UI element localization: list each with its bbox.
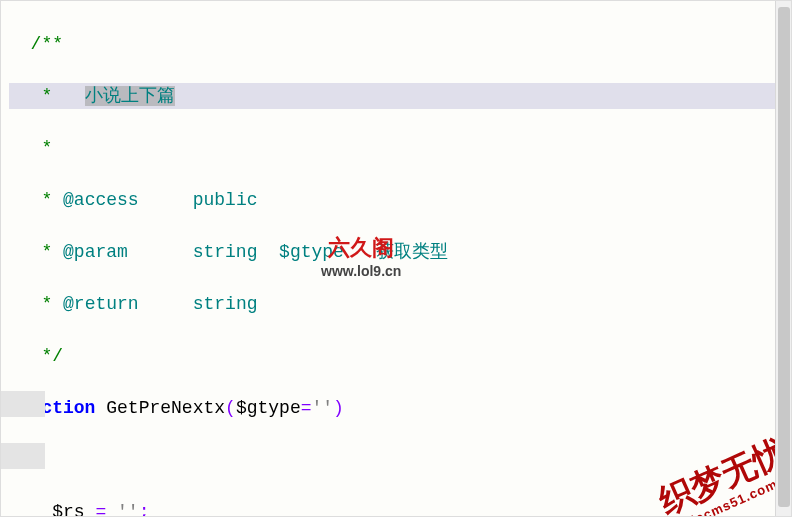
doc-title: 小说上下篇 — [85, 86, 175, 106]
doc-close: */ — [41, 346, 63, 366]
code-line: /** — [9, 31, 783, 57]
code-line: $rs = ''; — [9, 499, 783, 517]
scrollbar-thumb[interactable] — [778, 7, 790, 507]
code-editor-pane: /** * 小说上下篇 * * @access public * @param … — [1, 1, 791, 517]
code-line: * @param string $gtype 获取类型 — [9, 239, 783, 265]
code-line: * @access public — [9, 187, 783, 213]
code-line: function GetPreNextx($gtype='') — [9, 395, 783, 421]
code-line: */ — [9, 343, 783, 369]
code-line-highlighted: * 小说上下篇 — [9, 83, 783, 109]
gutter-mark — [1, 443, 45, 469]
doc-open: /** — [31, 34, 63, 54]
gutter-mark — [1, 391, 45, 417]
vertical-scrollbar[interactable] — [775, 1, 791, 516]
code-line: * — [9, 135, 783, 161]
code-line: * @return string — [9, 291, 783, 317]
code-line: { — [9, 447, 783, 473]
